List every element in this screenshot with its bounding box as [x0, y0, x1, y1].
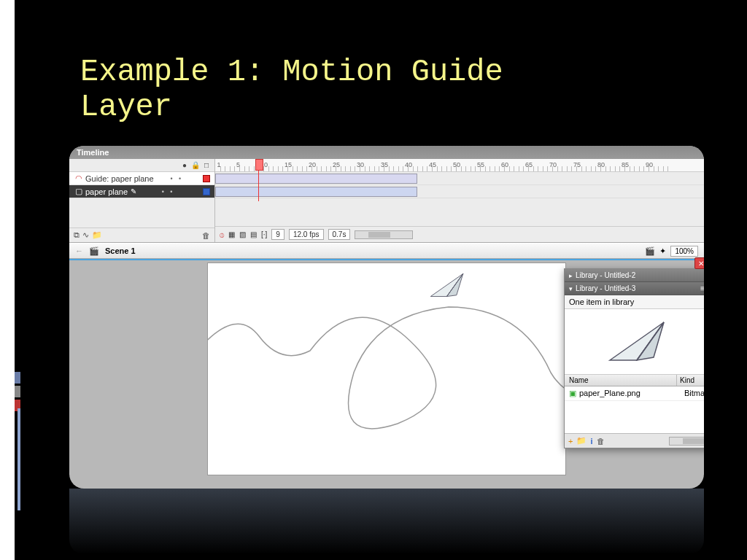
onion-skin-button[interactable]: ▦ [228, 230, 235, 238]
outline-column-icon[interactable]: □ [204, 161, 209, 169]
scene-name[interactable]: Scene 1 [105, 246, 136, 255]
layer-color-swatch[interactable] [203, 175, 210, 182]
library-item-name: paper_Plane.png [579, 389, 684, 398]
frame-row-guide[interactable] [215, 172, 704, 185]
side-marks [15, 372, 20, 411]
pencil-icon: ✎ [131, 187, 136, 195]
modify-onion-button[interactable]: [·] [261, 230, 267, 238]
paper-plane-symbol[interactable] [427, 271, 467, 300]
center-frame-button[interactable]: ⦶ [220, 230, 224, 239]
fps-indicator: 12.0 fps [289, 229, 324, 240]
layer-label: paper plane [85, 187, 128, 196]
column-kind[interactable]: Kind [677, 375, 704, 386]
motion-tween-span[interactable] [215, 187, 417, 197]
scene-icon: 🎬 [89, 246, 99, 256]
side-accent-bar [18, 408, 20, 510]
flash-app-window: Timeline ● 🔒 □ ◠ Guide: paper plane • • … [69, 146, 704, 489]
library-empty-area [565, 401, 704, 433]
delete-layer-button[interactable]: 🗑 [202, 231, 210, 240]
new-folder-button[interactable]: 📁 [576, 436, 587, 446]
edit-multiple-button[interactable]: ▤ [250, 230, 257, 238]
library-tab-untitled-3[interactable]: ▾ Library - Untitled-3 ≡ [565, 282, 704, 295]
frame-ruler[interactable]: 151015202530354045505560657075808590 [215, 159, 704, 172]
zoom-level[interactable]: 100% [670, 246, 698, 257]
left-white-stripe [0, 0, 15, 560]
library-scrollbar[interactable] [669, 437, 704, 446]
layer-toggle-dots[interactable]: • • [170, 175, 186, 182]
window-reflection [69, 489, 704, 554]
close-panel-button[interactable]: ✕ [694, 257, 704, 269]
edit-scene-button[interactable]: 🎬 [645, 246, 655, 256]
library-tab-untitled-2[interactable]: ▸ Library - Untitled-2 [565, 269, 704, 282]
properties-button[interactable]: i [590, 437, 592, 446]
library-panel[interactable]: ✕ ▸ Library - Untitled-2 ▾ Library - Unt… [564, 268, 704, 448]
library-column-header[interactable]: Name Kind [565, 375, 704, 386]
library-item-count: One item in library [565, 295, 704, 309]
stage-canvas[interactable] [208, 263, 565, 475]
add-guide-button[interactable]: ∿ [82, 230, 89, 240]
normal-layer-icon: ▢ [75, 187, 82, 196]
library-footer: + 📁 i 🗑 [565, 433, 704, 448]
library-item-row[interactable]: ▣ paper_Plane.png Bitma [565, 386, 704, 401]
timeline-status-bar: ⦶ ▦ ▧ ▤ [·] 9 12.0 fps 0.7s [215, 226, 704, 242]
layer-label: Guide: paper plane [85, 174, 154, 183]
library-tab-label: Library - Untitled-2 [576, 271, 635, 279]
elapsed-time-indicator: 0.7s [328, 229, 351, 240]
motion-guide-path [208, 263, 565, 475]
slide-title: Example 1: Motion Guide Layer [80, 55, 503, 125]
layer-paper-plane[interactable]: ▢ paper plane ✎ • • [69, 185, 214, 198]
guide-layer-icon: ◠ [75, 174, 82, 183]
add-folder-button[interactable]: 📁 [92, 230, 102, 240]
timeline-scrollbar[interactable] [355, 230, 413, 239]
column-name[interactable]: Name [565, 375, 677, 386]
current-frame-indicator: 9 [271, 229, 285, 240]
library-preview-plane [604, 316, 670, 368]
layer-footer: ⧉ ∿ 📁 🗑 [69, 228, 214, 242]
new-symbol-button[interactable]: + [568, 437, 573, 446]
layer-toggle-dots[interactable]: • • [162, 188, 178, 195]
layer-guide-paper-plane[interactable]: ◠ Guide: paper plane • • [69, 172, 214, 185]
bitmap-icon: ▣ [569, 389, 576, 398]
edit-bar: ← 🎬 Scene 1 🎬 ✦ 100% [69, 243, 704, 259]
panel-menu-icon[interactable]: ≡ [700, 284, 704, 292]
layer-panel: ● 🔒 □ ◠ Guide: paper plane • • ▢ paper p… [69, 159, 215, 242]
timeline-area: ● 🔒 □ ◠ Guide: paper plane • • ▢ paper p… [69, 159, 704, 243]
layer-color-swatch[interactable] [203, 188, 210, 195]
eye-column-icon[interactable]: ● [182, 161, 187, 169]
playhead[interactable] [258, 159, 259, 201]
frames-panel: 151015202530354045505560657075808590 ⦶ ▦… [215, 159, 704, 242]
guide-tween-span[interactable] [215, 174, 417, 184]
insert-layer-button[interactable]: ⧉ [74, 230, 80, 240]
edit-symbol-button[interactable]: ✦ [659, 246, 666, 256]
back-button[interactable]: ← [75, 246, 83, 255]
library-tab-label: Library - Untitled-3 [576, 284, 635, 292]
delete-button[interactable]: 🗑 [597, 437, 605, 446]
tri-right-icon: ▸ [569, 272, 573, 279]
timeline-panel-title[interactable]: Timeline [69, 146, 704, 159]
layer-column-header: ● 🔒 □ [69, 159, 214, 172]
library-preview [565, 309, 704, 375]
library-item-kind: Bitma [684, 389, 704, 398]
tri-down-icon: ▾ [569, 285, 573, 292]
barcode-decoration [16, 58, 28, 80]
onion-outline-button[interactable]: ▧ [239, 230, 246, 238]
frame-row-paper-plane[interactable] [215, 185, 704, 198]
lock-column-icon[interactable]: 🔒 [191, 161, 200, 169]
